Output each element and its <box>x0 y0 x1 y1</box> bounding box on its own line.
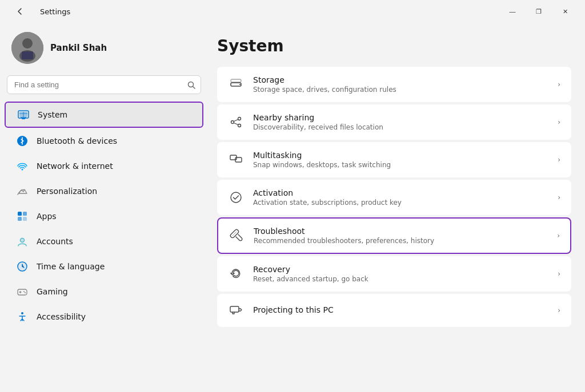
settings-item-multitasking[interactable]: Multitasking Snap windows, desktops, tas… <box>217 142 571 177</box>
main-content: Pankil Shah <box>0 23 585 392</box>
multitasking-text: Multitasking Snap windows, desktops, tas… <box>253 151 558 169</box>
titlebar-left: Settings <box>7 2 70 21</box>
settings-item-nearby-sharing[interactable]: Nearby sharing Discoverability, received… <box>217 104 571 140</box>
recovery-chevron: › <box>558 270 560 278</box>
right-panel: System Storage Storage space, drives, co… <box>208 23 585 392</box>
multitasking-chevron: › <box>558 156 560 164</box>
minimize-button[interactable]: — <box>499 2 526 21</box>
sidebar-item-system[interactable]: System <box>5 102 203 128</box>
titlebar-controls: — ❐ ✕ <box>499 2 578 21</box>
maximize-button[interactable]: ❐ <box>526 2 552 21</box>
nearby-sharing-icon <box>228 114 244 130</box>
settings-item-troubleshoot[interactable]: Troubleshoot Recommended troubleshooters… <box>217 217 571 254</box>
sidebar-item-accessibility[interactable]: Accessibility <box>5 305 203 329</box>
sidebar-item-system-label: System <box>38 110 67 119</box>
svg-rect-36 <box>230 306 239 312</box>
search-box <box>7 75 201 94</box>
apps-icon <box>16 210 29 223</box>
svg-point-1 <box>22 38 33 49</box>
sidebar-item-accounts-label: Accounts <box>37 237 73 246</box>
nearby-sharing-text: Nearby sharing Discoverability, received… <box>253 113 558 131</box>
svg-rect-3 <box>22 51 33 59</box>
titlebar-title: Settings <box>40 7 70 16</box>
projecting-icon <box>228 302 244 318</box>
storage-subtitle: Storage space, drives, configuration rul… <box>253 86 558 94</box>
gaming-icon <box>16 285 29 298</box>
search-icon <box>187 81 195 89</box>
multitasking-icon <box>228 152 244 168</box>
bluetooth-icon <box>16 135 29 147</box>
projecting-chevron: › <box>558 306 560 314</box>
svg-rect-7 <box>22 118 25 119</box>
sidebar-item-apps-label: Apps <box>37 212 57 221</box>
settings-list: Storage Storage space, drives, configura… <box>217 67 571 327</box>
avatar <box>11 32 43 64</box>
sidebar-item-network-label: Network & internet <box>37 161 113 171</box>
sidebar-item-time[interactable]: Time & language <box>5 254 203 278</box>
sidebar-item-accessibility-label: Accessibility <box>37 312 86 321</box>
storage-icon <box>228 76 244 92</box>
troubleshoot-icon <box>229 228 245 244</box>
svg-rect-15 <box>23 217 27 221</box>
recovery-text: Recovery Reset, advanced startup, go bac… <box>253 265 558 283</box>
nearby-sharing-subtitle: Discoverability, received files location <box>253 123 558 131</box>
nearby-sharing-title: Nearby sharing <box>253 113 558 122</box>
sidebar-item-gaming[interactable]: Gaming <box>5 280 203 304</box>
accessibility-icon <box>16 310 29 323</box>
sidebar-item-personalization[interactable]: Personalization <box>5 179 203 203</box>
sidebar-item-network[interactable]: Network & internet <box>5 154 203 178</box>
settings-item-recovery[interactable]: Recovery Reset, advanced startup, go bac… <box>217 256 571 292</box>
troubleshoot-chevron: › <box>557 232 560 240</box>
svg-point-11 <box>22 169 23 171</box>
activation-icon <box>228 189 244 205</box>
storage-text: Storage Storage space, drives, configura… <box>253 75 558 94</box>
sidebar: Pankil Shah <box>0 23 208 392</box>
sidebar-item-time-label: Time & language <box>37 262 105 271</box>
activation-title: Activation <box>253 188 558 197</box>
network-icon <box>16 160 29 172</box>
svg-point-35 <box>231 192 241 203</box>
personalization-icon <box>16 185 29 197</box>
sidebar-user: Pankil Shah <box>0 23 208 75</box>
sidebar-item-accounts[interactable]: Accounts <box>5 229 203 253</box>
sidebar-item-bluetooth[interactable]: Bluetooth & devices <box>5 129 203 153</box>
search-input[interactable] <box>7 75 201 94</box>
sidebar-item-apps[interactable]: Apps <box>5 204 203 228</box>
system-icon <box>17 108 30 121</box>
sidebar-item-personalization-label: Personalization <box>37 187 97 196</box>
multitasking-title: Multitasking <box>253 151 558 160</box>
sidebar-item-bluetooth-label: Bluetooth & devices <box>37 136 117 146</box>
accounts-icon <box>16 235 29 248</box>
back-button[interactable] <box>7 2 33 21</box>
troubleshoot-title: Troubleshoot <box>254 227 557 236</box>
svg-rect-13 <box>23 212 27 216</box>
svg-point-32 <box>238 124 241 127</box>
recovery-icon <box>228 266 244 282</box>
svg-point-30 <box>238 118 241 120</box>
settings-item-storage[interactable]: Storage Storage space, drives, configura… <box>217 67 571 102</box>
multitasking-subtitle: Snap windows, desktops, task switching <box>253 161 558 169</box>
settings-item-projecting[interactable]: Projecting to this PC › <box>217 294 571 327</box>
titlebar: Settings — ❐ ✕ <box>0 0 585 23</box>
settings-item-activation[interactable]: Activation Activation state, subscriptio… <box>217 180 571 215</box>
storage-chevron: › <box>558 80 560 88</box>
activation-subtitle: Activation state, subscriptions, product… <box>253 199 558 207</box>
projecting-text: Projecting to this PC <box>253 305 558 316</box>
svg-point-29 <box>239 84 241 85</box>
troubleshoot-text: Troubleshoot Recommended troubleshooters… <box>254 227 557 245</box>
svg-rect-14 <box>18 217 22 221</box>
activation-chevron: › <box>558 193 560 201</box>
svg-point-20 <box>18 262 27 271</box>
avatar-image <box>11 32 43 64</box>
close-button[interactable]: ✕ <box>552 2 578 21</box>
user-name: Pankil Shah <box>50 43 107 53</box>
svg-point-17 <box>21 239 25 243</box>
svg-rect-12 <box>18 212 22 216</box>
troubleshoot-subtitle: Recommended troubleshooters, preferences… <box>254 237 557 245</box>
nearby-sharing-chevron: › <box>558 118 560 126</box>
storage-title: Storage <box>253 75 558 84</box>
page-title: System <box>217 37 571 55</box>
projecting-title: Projecting to this PC <box>253 305 558 314</box>
recovery-title: Recovery <box>253 265 558 274</box>
svg-point-24 <box>23 291 25 292</box>
